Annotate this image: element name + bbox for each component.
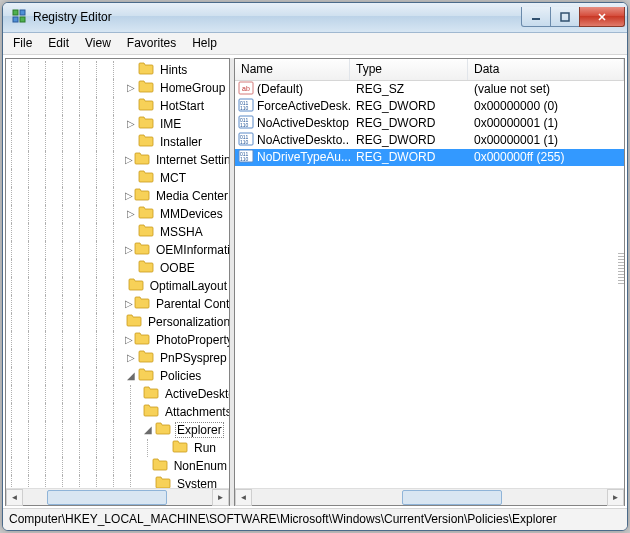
expander-icon[interactable]: ◢ — [142, 424, 154, 436]
app-icon — [11, 8, 27, 27]
titlebar[interactable]: Registry Editor — [3, 3, 627, 33]
expander-spacer — [142, 460, 151, 472]
tree-item[interactable]: ◢Explorer — [6, 421, 229, 439]
value-row[interactable]: ab(Default)REG_SZ(value not set) — [235, 81, 624, 98]
value-data: 0x00000000 (0) — [468, 99, 624, 113]
tree-label: HotStart — [158, 99, 206, 113]
tree-label: PhotoPropertyHandler — [154, 333, 229, 347]
tree-pane: Hints▷HomeGroupHotStart▷IMEInstaller▷Int… — [5, 58, 230, 507]
list-rows[interactable]: ab(Default)REG_SZ(value not set)011110Fo… — [235, 81, 624, 489]
value-row[interactable]: 011110ForceActiveDesk...REG_DWORD0x00000… — [235, 98, 624, 115]
menu-help[interactable]: Help — [184, 33, 225, 54]
tree-item[interactable]: Attachments — [6, 403, 229, 421]
tree-item[interactable]: Installer — [6, 133, 229, 151]
col-type[interactable]: Type — [350, 59, 468, 80]
expander-icon[interactable]: ▷ — [125, 82, 137, 94]
splitter-grip-icon[interactable] — [618, 253, 624, 285]
value-row[interactable]: 011110NoActiveDeskto...REG_DWORD0x000000… — [235, 132, 624, 149]
tree-label: PnPSysprep — [158, 351, 229, 365]
value-row[interactable]: 011110NoDriveTypeAu...REG_DWORD0x000000f… — [235, 149, 624, 166]
tree-item[interactable]: ◢Policies — [6, 367, 229, 385]
folder-icon — [143, 385, 163, 402]
folder-icon — [134, 331, 154, 348]
value-data: 0x00000001 (1) — [468, 116, 624, 130]
col-data[interactable]: Data — [468, 59, 624, 80]
expander-icon[interactable]: ▷ — [125, 208, 137, 220]
tree-item[interactable]: ▷PhotoPropertyHandler — [6, 331, 229, 349]
folder-icon — [138, 133, 158, 150]
tree-item[interactable]: ▷OEMInformation — [6, 241, 229, 259]
tree-item[interactable]: ▷Internet Settings — [6, 151, 229, 169]
tree-label: IME — [158, 117, 183, 131]
scroll-right-icon[interactable]: ► — [212, 489, 229, 506]
registry-tree[interactable]: Hints▷HomeGroupHotStart▷IMEInstaller▷Int… — [6, 59, 229, 489]
expander-spacer — [125, 64, 137, 76]
expander-icon[interactable]: ◢ — [125, 370, 137, 382]
tree-label: Personalization — [146, 315, 229, 329]
tree-item[interactable]: ▷PnPSysprep — [6, 349, 229, 367]
tree-item[interactable]: Personalization — [6, 313, 229, 331]
folder-icon — [155, 475, 175, 488]
folder-icon — [143, 403, 163, 420]
window-title: Registry Editor — [33, 10, 112, 24]
tree-label: MMDevices — [158, 207, 225, 221]
tree-item[interactable]: ▷IME — [6, 115, 229, 133]
tree-item[interactable]: ▷MMDevices — [6, 205, 229, 223]
tree-item[interactable]: OptimalLayout — [6, 277, 229, 295]
col-name[interactable]: Name — [235, 59, 350, 80]
minimize-button[interactable] — [521, 7, 551, 27]
tree-item[interactable]: MSSHA — [6, 223, 229, 241]
expander-icon[interactable]: ▷ — [125, 334, 133, 346]
maximize-button[interactable] — [550, 7, 580, 27]
tree-label: Policies — [158, 369, 203, 383]
tree-item[interactable]: Hints — [6, 61, 229, 79]
expander-icon[interactable]: ▷ — [125, 190, 133, 202]
menu-favorites[interactable]: Favorites — [119, 33, 184, 54]
tree-item[interactable]: ActiveDesktop — [6, 385, 229, 403]
tree-item[interactable]: ▷Parental Controls — [6, 295, 229, 313]
menu-view[interactable]: View — [77, 33, 119, 54]
dword-value-icon: 011110 — [238, 148, 254, 167]
folder-icon — [138, 97, 158, 114]
tree-hscrollbar[interactable]: ◄ ► — [6, 488, 229, 505]
scroll-thumb[interactable] — [47, 490, 167, 505]
tree-item[interactable]: OOBE — [6, 259, 229, 277]
expander-icon[interactable]: ▷ — [125, 118, 137, 130]
tree-label: Attachments — [163, 405, 229, 419]
tree-item[interactable]: MCT — [6, 169, 229, 187]
expander-icon[interactable]: ▷ — [125, 154, 133, 166]
scroll-right-icon[interactable]: ► — [607, 489, 624, 506]
folder-icon — [138, 79, 158, 96]
tree-label: OEMInformation — [154, 243, 229, 257]
folder-icon — [138, 61, 158, 78]
value-row[interactable]: 011110NoActiveDesktopREG_DWORD0x00000001… — [235, 115, 624, 132]
expander-spacer — [125, 136, 137, 148]
close-button[interactable] — [579, 7, 625, 27]
tree-item[interactable]: NonEnum — [6, 457, 229, 475]
folder-icon — [126, 313, 146, 330]
menu-file[interactable]: File — [5, 33, 40, 54]
list-hscrollbar[interactable]: ◄ ► — [235, 488, 624, 505]
tree-item[interactable]: System — [6, 475, 229, 489]
scroll-thumb[interactable] — [402, 490, 502, 505]
value-name: (Default) — [257, 82, 303, 96]
tree-label: ActiveDesktop — [163, 387, 229, 401]
tree-item[interactable]: HotStart — [6, 97, 229, 115]
menu-edit[interactable]: Edit — [40, 33, 77, 54]
tree-item[interactable]: ▷HomeGroup — [6, 79, 229, 97]
expander-spacer — [142, 478, 154, 489]
value-name: NoDriveTypeAu... — [257, 150, 350, 164]
expander-icon[interactable]: ▷ — [125, 352, 137, 364]
expander-icon[interactable]: ▷ — [125, 244, 133, 256]
value-type: REG_SZ — [350, 82, 468, 96]
tree-item[interactable]: Run — [6, 439, 229, 457]
scroll-left-icon[interactable]: ◄ — [6, 489, 23, 506]
svg-text:110: 110 — [240, 105, 249, 111]
list-header[interactable]: Name Type Data — [235, 59, 624, 81]
scroll-left-icon[interactable]: ◄ — [235, 489, 252, 506]
tree-label: Hints — [158, 63, 189, 77]
tree-item[interactable]: ▷Media Center — [6, 187, 229, 205]
svg-rect-5 — [561, 13, 569, 21]
expander-icon[interactable]: ▷ — [125, 298, 133, 310]
tree-label: Media Center — [154, 189, 229, 203]
